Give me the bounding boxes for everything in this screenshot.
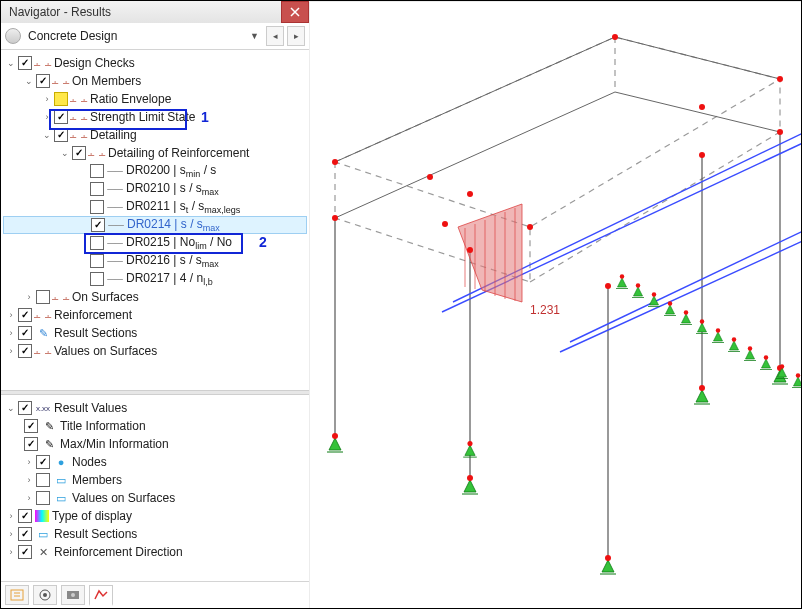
opt-members[interactable]: ›▭Members <box>3 471 307 489</box>
opt-type-display[interactable]: ›Type of display <box>3 507 307 525</box>
collapse-icon[interactable]: ⌄ <box>23 76 35 86</box>
checkbox[interactable] <box>18 308 32 322</box>
svg-marker-55 <box>634 287 643 296</box>
tree-item-dr0200[interactable]: ── DR0200 | smin / s <box>3 162 307 180</box>
opt-reinf-dir[interactable]: ›✕Reinforcement Direction <box>3 543 307 561</box>
opt-title-info[interactable]: ✎Title Information <box>3 417 307 435</box>
checkbox[interactable] <box>18 326 32 340</box>
tab-data-icon[interactable] <box>5 585 29 605</box>
expand-icon[interactable]: › <box>5 310 17 320</box>
checkbox[interactable] <box>90 254 104 268</box>
checkbox[interactable] <box>54 92 68 106</box>
svg-marker-85 <box>794 377 803 386</box>
checkbox[interactable] <box>91 218 105 232</box>
prev-button[interactable]: ◂ <box>266 26 284 46</box>
svg-point-32 <box>427 174 433 180</box>
svg-point-81 <box>764 355 769 360</box>
tree-item-ratio-envelope[interactable]: › ⫠⫠ Ratio Envelope <box>3 90 307 108</box>
svg-point-72 <box>716 328 721 333</box>
design-type-dropdown[interactable]: Concrete Design ▼ <box>24 29 263 43</box>
checkbox[interactable] <box>54 110 68 124</box>
opt-label: Max/Min Information <box>60 437 169 451</box>
results-tree[interactable]: ⌄ ⫠⫠ Design Checks ⌄ ⫠⫠ On Members › ⫠⫠ … <box>1 50 309 390</box>
opt-label: Result Values <box>54 401 127 415</box>
line-icon: ── <box>107 254 123 268</box>
checkbox[interactable] <box>18 509 32 523</box>
checkbox[interactable] <box>90 182 104 196</box>
checkbox[interactable] <box>72 146 86 160</box>
tree-item-on-surfaces[interactable]: › ⫠⫠ On Surfaces <box>3 288 307 306</box>
tab-display-icon[interactable] <box>33 585 57 605</box>
checkbox[interactable] <box>18 56 32 70</box>
tree-item-reinforcement[interactable]: › ⫠⫠ Reinforcement <box>3 306 307 324</box>
collapse-icon[interactable]: ⌄ <box>41 130 53 140</box>
checkbox[interactable] <box>36 491 50 505</box>
checkbox[interactable] <box>24 419 38 433</box>
annotation-2: 2 <box>259 234 267 250</box>
tree-item-dr0217[interactable]: ── DR0217 | 4 / nl,b <box>3 270 307 288</box>
checkbox[interactable] <box>90 236 104 250</box>
opt-result-sections[interactable]: ›▭Result Sections <box>3 525 307 543</box>
section-icon: ✎ <box>35 326 51 340</box>
svg-marker-37 <box>464 480 476 492</box>
line-icon: ── <box>107 182 123 196</box>
svg-point-57 <box>636 283 641 288</box>
collapse-icon[interactable]: ⌄ <box>59 148 71 158</box>
opt-maxmin-info[interactable]: ✎Max/Min Information <box>3 435 307 453</box>
gradient-icon <box>35 510 49 522</box>
annotation-1: 1 <box>201 109 209 125</box>
checkbox[interactable] <box>18 401 32 415</box>
opt-result-values[interactable]: ⌄x.xxResult Values <box>3 399 307 417</box>
tree-item-dr0211[interactable]: ── DR0211 | st / smax,legs <box>3 198 307 216</box>
checkbox[interactable] <box>36 473 50 487</box>
tree-label: Values on Surfaces <box>54 344 157 358</box>
navigator-selector-bar: Concrete Design ▼ ◂ ▸ <box>1 23 309 50</box>
close-button[interactable] <box>281 1 309 23</box>
svg-marker-14 <box>458 204 522 302</box>
svg-line-13 <box>560 240 802 352</box>
checkbox[interactable] <box>54 128 68 142</box>
checkbox[interactable] <box>90 200 104 214</box>
expand-icon[interactable]: › <box>5 328 17 338</box>
expand-icon[interactable]: › <box>23 292 35 302</box>
svg-point-2 <box>43 593 47 597</box>
tree-item-values-on-surfaces[interactable]: › ⫠⫠ Values on Surfaces <box>3 342 307 360</box>
tab-views-icon[interactable] <box>61 585 85 605</box>
opt-vos[interactable]: ›▭Values on Surfaces <box>3 489 307 507</box>
checkbox[interactable] <box>36 290 50 304</box>
checkbox[interactable] <box>36 455 50 469</box>
next-button[interactable]: ▸ <box>287 26 305 46</box>
checkbox[interactable] <box>18 527 32 541</box>
checkbox[interactable] <box>24 437 38 451</box>
tree-item-on-members[interactable]: ⌄ ⫠⫠ On Members <box>3 72 307 90</box>
checkbox[interactable] <box>18 344 32 358</box>
checkbox[interactable] <box>18 545 32 559</box>
tree-label: Ratio Envelope <box>90 92 171 106</box>
tree-item-dr0214[interactable]: ── DR0214 | s / smax <box>3 216 307 234</box>
tree-label: DR0210 | s / smax <box>126 181 219 197</box>
line-icon: ── <box>108 218 124 232</box>
model-viewport[interactable]: 1.231 <box>309 1 802 609</box>
tree-item-strength-limit[interactable]: › ⫠⫠ Strength Limit State <box>3 108 307 126</box>
display-options-tree[interactable]: ⌄x.xxResult Values ✎Title Information ✎M… <box>1 395 309 581</box>
tree-item-result-sections[interactable]: › ✎ Result Sections <box>3 324 307 342</box>
checkbox[interactable] <box>90 164 104 178</box>
beam-result-icon: ⫠⫠ <box>89 146 105 160</box>
checkbox[interactable] <box>36 74 50 88</box>
collapse-icon[interactable]: ⌄ <box>5 58 17 68</box>
tab-results-icon[interactable] <box>89 585 113 606</box>
tree-item-detailing-reinf[interactable]: ⌄ ⫠⫠ Detailing of Reinforcement <box>3 144 307 162</box>
tree-label: DR0217 | 4 / nl,b <box>126 271 213 287</box>
tree-item-detailing[interactable]: ⌄ ⫠⫠ Detailing <box>3 126 307 144</box>
svg-point-54 <box>620 274 625 279</box>
expand-icon[interactable]: › <box>5 346 17 356</box>
tree-item-dr0210[interactable]: ── DR0210 | s / smax <box>3 180 307 198</box>
navigator-panel: Navigator - Results Concrete Design ▼ ◂ … <box>1 1 310 608</box>
tree-item-dr0216[interactable]: ── DR0216 | s / smax <box>3 252 307 270</box>
tree-item-design-checks[interactable]: ⌄ ⫠⫠ Design Checks <box>3 54 307 72</box>
svg-point-26 <box>777 129 783 135</box>
expand-icon[interactable]: › <box>41 112 53 122</box>
checkbox[interactable] <box>90 272 104 286</box>
opt-nodes[interactable]: ›●Nodes <box>3 453 307 471</box>
expand-icon[interactable]: › <box>41 94 53 104</box>
